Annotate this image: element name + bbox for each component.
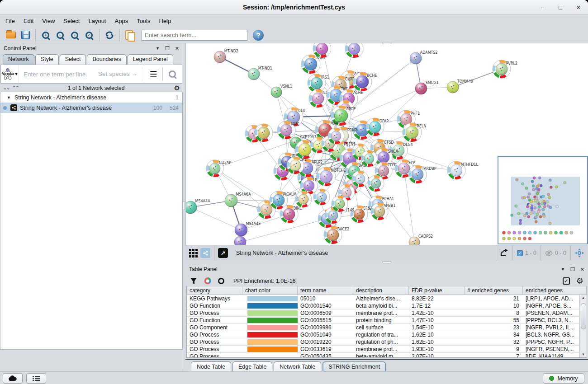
table-row[interactable]: GO ProcessGO:0050435beta-amyloid m...2.0… xyxy=(187,353,579,357)
table-row[interactable]: GO ProcessGO:0019220regulation of ph...1… xyxy=(187,338,579,346)
gear-icon[interactable]: ⚙ xyxy=(174,84,180,91)
float-panel-icon[interactable]: ❒ xyxy=(165,46,170,52)
tab-legend-panel[interactable]: Legend Panel xyxy=(128,54,173,65)
export-network-button[interactable] xyxy=(496,245,512,261)
close-panel-icon[interactable]: ✕ xyxy=(175,46,179,52)
table-row[interactable]: GO ProcessGO:0006509membrane prot...1.42… xyxy=(187,309,579,317)
network-node[interactable]: NOTCH1 xyxy=(317,167,346,186)
menu-item-layout[interactable]: Layout xyxy=(88,18,106,24)
ring-chart-icon[interactable] xyxy=(218,278,224,284)
network-node[interactable] xyxy=(352,171,368,187)
tab-style[interactable]: Style xyxy=(35,54,59,65)
scroll-up-icon[interactable]: ▲ xyxy=(582,296,585,300)
column-header-chart-color[interactable]: chart color xyxy=(242,286,298,295)
minimize-button[interactable]: – xyxy=(539,4,545,11)
zoom-selected-button[interactable]: ✓ xyxy=(82,28,96,42)
network-node[interactable] xyxy=(368,175,384,192)
expand-all-icon[interactable]: ⌃⌃ xyxy=(12,85,18,91)
network-node[interactable]: BCHE xyxy=(353,72,377,91)
cloud-tasks-button[interactable] xyxy=(3,373,23,384)
close-panel-icon[interactable]: ✕ xyxy=(580,267,584,272)
splitter-handle[interactable] xyxy=(183,201,185,210)
network-from-file-button[interactable] xyxy=(123,28,137,42)
string-options-button[interactable]: ☰ xyxy=(144,69,162,80)
panel-menu-icon[interactable]: ▼ xyxy=(156,46,160,51)
tab-boundaries[interactable]: Boundaries xyxy=(87,54,126,65)
zoom-in-button[interactable]: + xyxy=(38,28,53,42)
collapse-all-icon[interactable]: ⌄⌄ xyxy=(3,85,9,91)
column-header-category[interactable]: category xyxy=(187,286,242,295)
network-node[interactable]: MTHFD1L xyxy=(447,161,478,179)
table-row[interactable]: GO FunctionGO:0001540beta-amyloid bi...1… xyxy=(187,302,579,309)
network-node[interactable]: SMUG1 xyxy=(415,81,439,94)
network-node[interactable]: PVRL2 xyxy=(493,60,517,78)
scroll-down-icon[interactable]: ▼ xyxy=(582,352,585,356)
menu-item-file[interactable]: File xyxy=(5,18,15,24)
table-row[interactable]: GO ProcessGO:0051049regulation of tra...… xyxy=(187,331,579,338)
network-node[interactable] xyxy=(234,236,246,245)
table-row[interactable]: GO ProcessGO:0033619membrane prot...1.93… xyxy=(187,346,579,353)
close-button[interactable]: ✕ xyxy=(575,4,582,11)
network-node[interactable]: GFAP xyxy=(366,118,389,136)
menu-item-help[interactable]: Help xyxy=(159,18,171,24)
network-node[interactable] xyxy=(255,124,273,142)
string-tools-button[interactable] xyxy=(200,248,210,258)
network-node[interactable] xyxy=(295,191,312,207)
network-node[interactable]: CD2AP xyxy=(206,160,231,177)
network-node[interactable] xyxy=(332,196,348,212)
menu-item-tools[interactable]: Tools xyxy=(137,18,150,24)
network-node[interactable]: TOMM40 xyxy=(447,80,473,93)
float-panel-icon[interactable]: ❒ xyxy=(570,267,575,272)
maximize-button[interactable]: □ xyxy=(557,4,564,11)
scrollbar-thumb[interactable] xyxy=(581,303,586,329)
navigator-toggle-button[interactable] xyxy=(571,245,588,261)
set-species-hint[interactable]: Set species → xyxy=(98,70,138,77)
table-row[interactable]: KEGG Pathways05010Alzheimer's dise...8.8… xyxy=(187,295,579,302)
network-node[interactable]: VSNL1 xyxy=(271,84,292,98)
network-node[interactable]: TARDBP xyxy=(408,165,436,183)
tab-network-table[interactable]: Network Table xyxy=(274,361,321,371)
zoom-fit-button[interactable]: ▫ xyxy=(67,28,82,42)
network-node[interactable]: MT-ND1 xyxy=(248,66,272,80)
memory-button[interactable]: Memory xyxy=(543,373,584,384)
select-checkbox-icon[interactable]: ✓ xyxy=(563,277,570,285)
zoom-out-button[interactable]: − xyxy=(53,28,67,42)
menu-item-apps[interactable]: Apps xyxy=(115,18,128,24)
column-header-fdr-p-value[interactable]: FDR p-value xyxy=(409,286,465,295)
open-session-button[interactable] xyxy=(4,28,18,42)
network-node[interactable] xyxy=(313,189,330,205)
network-navigator[interactable] xyxy=(498,156,588,244)
network-node[interactable]: CADPS2 xyxy=(409,234,433,245)
splitter-handle[interactable] xyxy=(382,261,391,263)
chart-color-icon[interactable] xyxy=(204,277,212,285)
network-node[interactable]: MME xyxy=(277,121,299,139)
search-input[interactable] xyxy=(142,30,247,41)
birdseye-toggle-button[interactable]: ↗ xyxy=(218,248,228,258)
menu-item-view[interactable]: View xyxy=(42,18,55,24)
tab-network[interactable]: Network xyxy=(3,54,34,65)
network-node[interactable]: MT-ND2 xyxy=(214,49,238,63)
column-header-term-name[interactable]: term name xyxy=(298,286,353,295)
network-node[interactable]: RELN xyxy=(403,123,427,142)
menu-item-edit[interactable]: Edit xyxy=(24,18,33,24)
panel-menu-icon[interactable]: ▼ xyxy=(561,267,565,272)
network-node[interactable]: APBB1 xyxy=(371,203,395,220)
splitter-handle[interactable] xyxy=(382,42,391,44)
table-scrollbar[interactable]: ▲ ▼ xyxy=(579,295,587,357)
filter-icon[interactable] xyxy=(190,277,197,285)
column-header-enriched-genes[interactable]: enriched genes xyxy=(523,286,587,295)
network-node[interactable] xyxy=(328,128,344,144)
string-protein-query-button[interactable]: STRING ▼ xyxy=(1,65,19,83)
save-session-button[interactable] xyxy=(18,28,33,42)
menu-item-select[interactable]: Select xyxy=(63,18,80,24)
column-header-description[interactable]: description xyxy=(353,286,409,295)
network-node[interactable]: BACE2 xyxy=(324,226,349,244)
column-header--enriched-genes[interactable]: # enriched genes xyxy=(465,286,523,295)
network-collection-row[interactable]: ▼ String Network - Alzheimer's disease 1 xyxy=(0,92,182,103)
grid-view-button[interactable] xyxy=(189,249,198,258)
string-search-button[interactable] xyxy=(163,70,182,78)
task-history-button[interactable] xyxy=(26,373,46,384)
settings-gear-icon[interactable]: ⚙ xyxy=(576,277,583,285)
network-view[interactable]: MT-ND2MT-ND1VSNL1GAB2IRS1ADAMTS2PVRL2SMU… xyxy=(185,43,588,245)
network-node[interactable] xyxy=(361,150,377,167)
